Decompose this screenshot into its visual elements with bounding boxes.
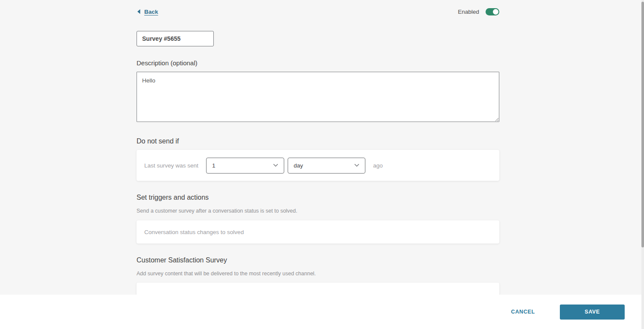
ago-label: ago: [373, 162, 383, 169]
amount-select-value: 1: [212, 162, 216, 169]
footer-action-bar: CANCEL SAVE: [0, 295, 644, 329]
enabled-toggle-group: Enabled: [458, 8, 499, 15]
triggers-heading: Set triggers and actions: [137, 194, 499, 201]
trigger-card[interactable]: Conversation status changes to solved: [137, 220, 499, 244]
enabled-toggle[interactable]: [486, 8, 499, 15]
top-bar: Back Enabled: [137, 0, 499, 15]
do-not-send-card: Last survey was sent 1 day ago: [137, 150, 499, 181]
unit-select[interactable]: day: [288, 158, 365, 174]
scrollbar-thumb[interactable]: [641, 2, 644, 247]
chevron-down-icon: [273, 164, 278, 167]
chevron-down-icon: [354, 164, 359, 167]
back-link-label: Back: [144, 9, 158, 15]
csat-description: Add survey content that will be delivere…: [137, 271, 499, 277]
survey-settings-form: Back Enabled Description (optional) Hell…: [137, 0, 499, 313]
enabled-label: Enabled: [458, 9, 479, 15]
do-not-send-heading: Do not send if: [137, 137, 499, 145]
amount-select[interactable]: 1: [206, 158, 284, 174]
save-button[interactable]: SAVE: [560, 305, 625, 320]
triggers-description: Send a customer survey after a conversat…: [137, 208, 499, 214]
scrollbar-track: [641, 0, 644, 329]
description-textarea[interactable]: Hello: [137, 72, 499, 122]
back-arrow-icon: [137, 9, 141, 14]
cancel-button[interactable]: CANCEL: [511, 309, 535, 315]
back-link[interactable]: Back: [137, 9, 158, 15]
unit-select-value: day: [294, 162, 303, 169]
condition-label: Last survey was sent: [144, 162, 198, 169]
csat-heading: Customer Satisfaction Survey: [137, 256, 499, 264]
description-label: Description (optional): [137, 59, 499, 67]
toggle-knob: [493, 9, 498, 15]
trigger-value: Conversation status changes to solved: [144, 229, 244, 235]
survey-name-input[interactable]: [137, 31, 214, 46]
